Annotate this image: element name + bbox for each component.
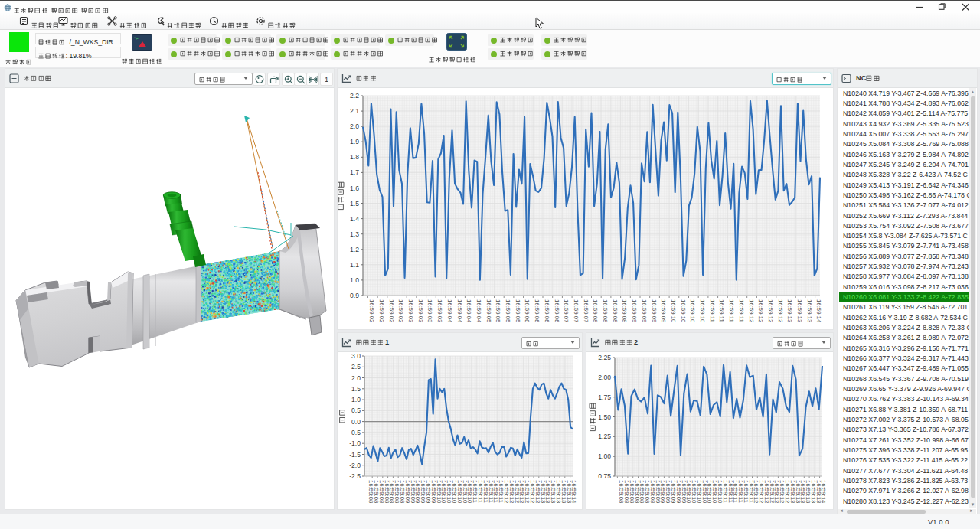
svg-text:16:59:09: 16:59:09 [660,299,667,322]
svg-text:16:59:03: 16:59:03 [426,299,433,322]
svg-text:3.0: 3.0 [351,352,361,360]
svg-text:16:59:07: 16:59:07 [573,299,580,322]
svg-text:16:59:04: 16:59:04 [466,299,472,323]
svg-text:2.1: 2.1 [350,107,359,115]
svg-text:1.00: 1.00 [598,452,611,460]
svg-text:16:59:11: 16:59:11 [718,299,725,322]
svg-text:-2.0: -2.0 [349,462,361,469]
svg-text:1.1: 1.1 [350,261,359,269]
svg-text:16:59:05: 16:59:05 [505,299,511,323]
svg-text:16:59:08: 16:59:08 [612,299,619,322]
svg-text:1.75: 1.75 [598,393,611,401]
svg-text:1.4: 1.4 [350,215,359,223]
svg-text:16:59:12: 16:59:12 [777,299,784,322]
svg-text:16:59:11: 16:59:11 [728,299,735,322]
svg-text:16:59:03: 16:59:03 [417,299,424,322]
svg-text:1.8: 1.8 [350,153,359,161]
svg-text:16:59:03: 16:59:03 [436,299,443,322]
svg-text:16:59:11: 16:59:11 [738,299,745,322]
svg-text:-1.0: -1.0 [349,439,361,447]
svg-text:16:59:08: 16:59:08 [592,299,599,322]
svg-text:1.0: 1.0 [351,396,361,403]
svg-text:1.5: 1.5 [350,200,359,207]
svg-text:0.0: 0.0 [351,418,361,426]
svg-text:16:59:12: 16:59:12 [748,299,755,322]
svg-text:1.50: 1.50 [598,413,611,421]
svg-text:16:59:03: 16:59:03 [407,299,414,322]
svg-text:16:59:13: 16:59:13 [796,299,803,322]
svg-text:16:59:08: 16:59:08 [602,299,609,322]
svg-text:16:59:04: 16:59:04 [475,299,482,323]
svg-text:16:59:02: 16:59:02 [388,299,395,322]
svg-text:16:59:06: 16:59:06 [524,299,531,322]
svg-text:16:59:05: 16:59:05 [485,299,492,323]
svg-text:16:59:10: 16:59:10 [680,299,687,323]
svg-text:16:59:13: 16:59:13 [786,299,793,322]
svg-text:0.75: 0.75 [598,472,611,480]
svg-text:16:59:09: 16:59:09 [651,299,658,322]
svg-text:16:59:06: 16:59:06 [554,299,560,322]
svg-text:16:59:12: 16:59:12 [757,299,764,322]
svg-text:-2.5: -2.5 [349,472,361,480]
svg-text:16:59:02: 16:59:02 [378,299,385,322]
svg-text:16:59:02: 16:59:02 [368,299,375,322]
svg-text:1.5: 1.5 [351,385,361,393]
svg-text:1.6: 1.6 [350,184,359,192]
svg-text:0.9: 0.9 [350,292,359,299]
svg-text:16:59:07: 16:59:07 [563,299,570,322]
svg-text:2.00: 2.00 [598,374,611,381]
svg-text:16:59:09: 16:59:09 [631,299,638,322]
svg-text:16:59:05: 16:59:05 [495,299,501,323]
svg-text:16:59:04: 16:59:04 [446,299,453,323]
svg-text:-1.5: -1.5 [349,451,361,459]
svg-text:2.0: 2.0 [351,374,361,382]
svg-text:1.3: 1.3 [350,230,359,238]
svg-text:2.2: 2.2 [350,92,359,100]
svg-text:16:59:14: 16:59:14 [820,480,827,504]
svg-text:16:59:14: 16:59:14 [570,480,577,504]
svg-text:16:59:06: 16:59:06 [544,299,550,322]
svg-text:16:59:14: 16:59:14 [815,299,822,323]
svg-text:16:59:10: 16:59:10 [699,299,706,323]
svg-text:1.9: 1.9 [350,138,359,145]
svg-text:1.0: 1.0 [350,276,359,284]
svg-text:16:59:06: 16:59:06 [534,299,541,322]
svg-text:-0.5: -0.5 [349,429,361,436]
svg-text:16:59:12: 16:59:12 [767,299,774,322]
svg-text:2.0: 2.0 [350,122,359,130]
svg-text:16:59:10: 16:59:10 [689,299,696,323]
svg-text:16:59:11: 16:59:11 [709,299,716,322]
svg-text:16:59:08: 16:59:08 [621,299,628,322]
svg-text:16:59:09: 16:59:09 [641,299,648,322]
svg-text:2.5: 2.5 [351,363,361,371]
svg-text:16:59:07: 16:59:07 [583,299,590,322]
svg-text:16:59:13: 16:59:13 [806,299,813,322]
svg-text:1.25: 1.25 [598,433,611,440]
svg-text:1.2: 1.2 [350,246,359,253]
svg-text:16:59:10: 16:59:10 [670,299,677,323]
svg-text:1.7: 1.7 [350,168,359,176]
svg-text:16:59:02: 16:59:02 [397,299,404,322]
svg-text:16:59:04: 16:59:04 [456,299,463,323]
svg-text:0.5: 0.5 [351,407,361,414]
svg-text:2.25: 2.25 [598,354,611,361]
svg-text:16:59:05: 16:59:05 [514,299,521,323]
